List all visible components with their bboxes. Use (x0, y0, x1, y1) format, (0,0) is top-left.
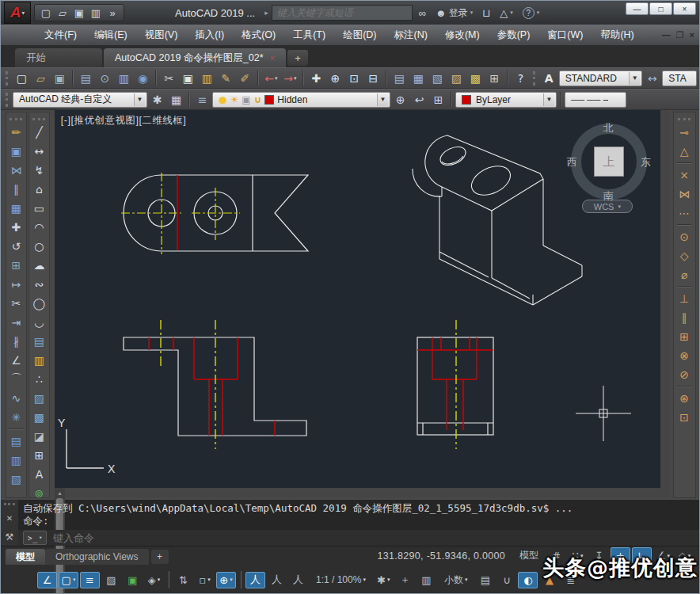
qat-open-button[interactable]: ▱ (55, 6, 70, 20)
annotation-visibility-toggle[interactable]: 人 (245, 572, 265, 588)
tab-orthographic-views[interactable]: Orthographic Views (45, 549, 149, 565)
isolate-objects-toggle[interactable]: ◐ (518, 572, 538, 588)
snap-perpendicular-button[interactable]: ⊥ (675, 289, 694, 308)
snap-intersection-button[interactable]: × (675, 166, 694, 185)
layer-unlock-icon[interactable]: ∪ (254, 94, 262, 105)
application-menu-button[interactable]: A▾ (4, 2, 31, 24)
layer-states-button[interactable]: ⊞ (429, 91, 447, 109)
properties-button[interactable]: ▤ (390, 70, 409, 87)
snap-extension-button[interactable]: ⋯ (675, 204, 694, 223)
window-minimize-button[interactable]: — (626, 2, 649, 15)
spline-tool[interactable]: ∾ (29, 275, 48, 294)
designcenter-button[interactable]: ▦ (409, 70, 428, 87)
mtext-tool[interactable]: A (29, 465, 48, 484)
wrench-icon[interactable]: ⚒ (6, 531, 14, 543)
a360-button[interactable]: △▾ (496, 7, 516, 19)
snap-tangent-button[interactable]: ⌀ (675, 265, 694, 284)
pan-button[interactable]: ✚ (307, 70, 325, 87)
offset-tool[interactable]: ∥ (6, 180, 25, 199)
break-tool[interactable]: ∦ (6, 332, 25, 351)
selection-filtering-toggle[interactable]: ▫▾ (195, 572, 215, 588)
line-tool[interactable]: ╱ (29, 123, 48, 142)
circle-tool[interactable]: ○ (29, 237, 48, 256)
menu-item[interactable]: 帮助(H) (592, 26, 642, 44)
lock-ui-toggle[interactable]: ∪ (496, 572, 516, 588)
viewport-controls-label[interactable]: [-][推优创意视图][二维线框] (61, 114, 187, 128)
compass-north-label[interactable]: 北 (603, 121, 614, 135)
search-input[interactable] (276, 6, 409, 19)
new-drawing-tab-button[interactable]: + (287, 50, 308, 66)
dropdown-caret[interactable]: ▾ (275, 75, 278, 82)
hatch-tool[interactable]: ▨ (29, 389, 48, 408)
layer-thaw-icon[interactable]: ☀ (230, 94, 238, 105)
publish-button[interactable]: ◉ (134, 70, 152, 87)
sheetset-manager-button[interactable]: ▨ (447, 70, 466, 87)
workspace-ui-button[interactable]: ▦ (167, 91, 185, 109)
quickcalc-button[interactable]: ⊞ (485, 70, 504, 87)
ellipse-tool[interactable]: ◯ (29, 294, 48, 313)
command-input[interactable] (51, 531, 694, 545)
window-close-button[interactable]: × (673, 2, 696, 15)
snap-parallel-button[interactable]: ∥ (675, 308, 694, 327)
trim-tool[interactable]: ✂ (6, 294, 25, 313)
layer-vp-freeze-icon[interactable]: ▣ (242, 94, 250, 105)
workspace-switch-button[interactable]: ✱▾ (374, 572, 394, 588)
menu-item[interactable]: 视图(V) (136, 26, 187, 44)
annotation-scale-icon[interactable]: 人 (288, 572, 308, 588)
compass-west-label[interactable]: 西 (567, 155, 577, 169)
stretch-tool[interactable]: ↦ (6, 275, 25, 294)
snap-none-button[interactable]: ⊛ (675, 389, 694, 408)
dynamic-ucs-toggle[interactable]: ⇅ (173, 572, 193, 588)
workspace-combo[interactable]: AutoCAD 经典-自定义 ▼ (13, 92, 147, 108)
qat-saveas-button[interactable]: ▥ (89, 6, 103, 20)
gradient-tool[interactable]: ▩ (29, 408, 48, 427)
autoscale-toggle[interactable]: 人 (267, 572, 287, 588)
block-editor-button[interactable]: ✐ (236, 70, 254, 87)
viewcube-top-face[interactable]: 上 (594, 147, 624, 177)
new-button[interactable]: ▢ (13, 70, 31, 87)
menu-item[interactable]: 文件(F) (36, 26, 86, 44)
erase-tool[interactable]: ✏ (6, 123, 25, 142)
array-tool[interactable]: ▦ (6, 199, 25, 218)
copy-tool[interactable]: ▣ (6, 142, 25, 161)
text-style-button[interactable]: A (540, 70, 558, 87)
compass-east-label[interactable]: 东 (641, 155, 651, 169)
search-icon[interactable]: ∞ (416, 7, 429, 19)
gizmo-toggle[interactable]: ⊕▾ (216, 572, 236, 588)
chevron-down-icon[interactable]: ▼ (543, 93, 554, 106)
osnap-settings-button[interactable]: ⊡ (675, 408, 694, 427)
menu-item[interactable]: 参数(P) (489, 26, 539, 44)
batch-plot-button[interactable]: ▥ (115, 70, 133, 87)
fillet-tool[interactable]: ⌒ (6, 370, 25, 389)
qat-new-button[interactable]: ▢ (39, 6, 53, 20)
units-value[interactable]: 小数▾ (438, 572, 474, 588)
markup-button[interactable]: ▩ (466, 70, 485, 87)
text-style-combo[interactable]: STANDARD ▼ (559, 70, 643, 86)
dropdown-caret[interactable]: ▾ (207, 577, 211, 583)
annotation-monitor-toggle[interactable]: ＋ (395, 572, 415, 588)
object-snap-toggle[interactable]: ▢▾ (59, 572, 78, 588)
snap-node-button[interactable]: ⊗ (675, 346, 694, 365)
make-layer-current-button[interactable]: ⊕ (391, 91, 409, 109)
save-button[interactable]: ▣ (51, 70, 69, 87)
3d-osnap-toggle[interactable]: ◈▾ (144, 572, 164, 588)
dropdown-caret[interactable]: ▾ (465, 577, 468, 583)
mdi-close-button[interactable]: × (690, 30, 694, 40)
toolbar-grip[interactable] (6, 93, 10, 107)
object-color-combo[interactable]: ByLayer ▼ (455, 92, 557, 108)
revcloud-tool[interactable]: ☁ (29, 256, 48, 275)
transparency-toggle[interactable]: ▨ (101, 572, 121, 588)
ellipse-arc-tool[interactable]: ◡ (29, 313, 48, 332)
chevron-down-icon[interactable]: ▼ (629, 72, 640, 85)
menu-item[interactable]: 绘图(D) (334, 26, 385, 44)
layer-color-swatch[interactable] (264, 95, 274, 105)
zoom-previous-button[interactable]: ⊟ (364, 70, 382, 87)
rotate-tool[interactable]: ↺ (6, 237, 25, 256)
sign-in-control[interactable]: ☻登录▾ (432, 6, 476, 20)
qat-save-button[interactable]: ▣ (72, 6, 86, 20)
drawing-canvas[interactable]: Y X [-][推优创意视图][二维线框] 上 北 南 西 东 (55, 110, 660, 488)
expand-title-icon[interactable]: ▸ (264, 9, 268, 17)
snap-insertion-button[interactable]: ⊞ (675, 327, 694, 346)
panel-grip[interactable] (4, 503, 15, 505)
extend-tool[interactable]: ⇥ (6, 313, 25, 332)
